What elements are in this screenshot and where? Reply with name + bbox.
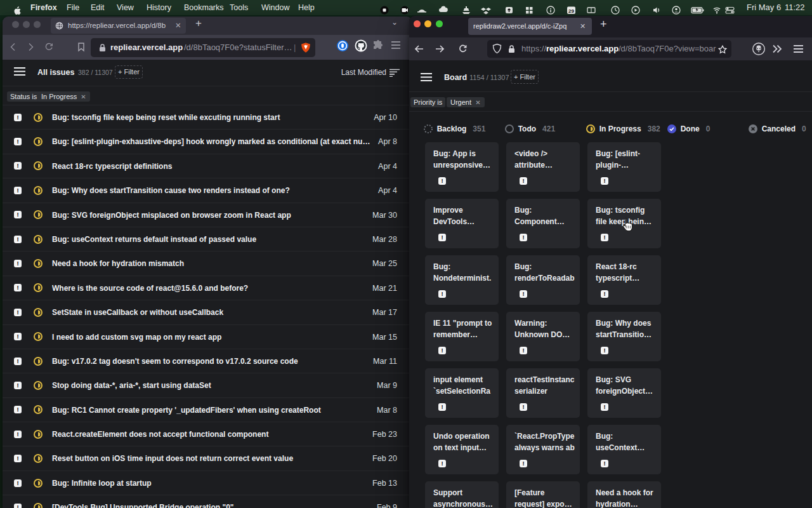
- svg-text:29: 29: [568, 8, 574, 14]
